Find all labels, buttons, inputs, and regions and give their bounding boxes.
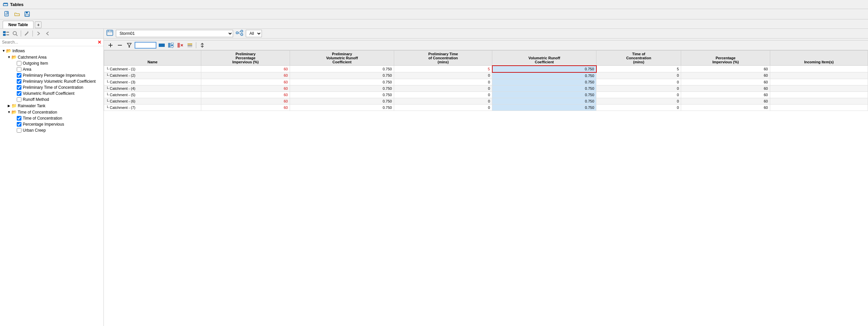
cell-time_conc-row5[interactable]: 0 bbox=[596, 98, 681, 104]
new-button[interactable] bbox=[3, 10, 11, 18]
cell-incoming_items-row2[interactable] bbox=[770, 79, 868, 85]
save-button[interactable] bbox=[23, 10, 31, 18]
cell-incoming_items-row6[interactable] bbox=[770, 104, 868, 111]
delete-col-button[interactable] bbox=[177, 41, 185, 49]
checkbox-pct_impervious[interactable] bbox=[17, 122, 22, 127]
tree-item-inflows[interactable]: ▼📂Inflows bbox=[0, 48, 103, 54]
cell-prelim_vol_runoff-row3[interactable]: 0.750 bbox=[290, 85, 394, 91]
cell-pct_impervious-row1[interactable]: 60 bbox=[681, 72, 770, 79]
cell-vol_runoff_coeff-row4[interactable]: 0.750 bbox=[492, 91, 596, 98]
tree-expand-time_of_concentration[interactable]: ▼ bbox=[7, 110, 11, 114]
cell-pct_impervious-row2[interactable]: 60 bbox=[681, 79, 770, 85]
cell-prelim_time_conc-row6[interactable]: 0 bbox=[394, 104, 492, 111]
cell-prelim_vol_runoff-row6[interactable]: 0.750 bbox=[290, 104, 394, 111]
add-col-button[interactable] bbox=[167, 41, 175, 49]
cell-name-row1[interactable]: └ Catchment - (2) bbox=[104, 72, 201, 79]
filter-button[interactable] bbox=[125, 41, 133, 49]
cell-vol_runoff_coeff-row2[interactable]: 0.750 bbox=[492, 79, 596, 85]
tree-expand-rainwater_tank[interactable]: ▶ bbox=[7, 104, 11, 108]
add-row-button[interactable] bbox=[106, 41, 115, 49]
cell-time_conc-row2[interactable]: 0 bbox=[596, 79, 681, 85]
cell-prelim_pct_imp-row6[interactable]: 60 bbox=[201, 104, 290, 111]
left-tool-2[interactable] bbox=[11, 30, 19, 37]
value-input[interactable]: 0.750 bbox=[135, 42, 156, 49]
tree-item-area[interactable]: Area bbox=[0, 66, 103, 72]
tree-expand-catchment_area[interactable]: ▼ bbox=[7, 55, 11, 59]
tree-item-prelim_vol_runoff[interactable]: Preliminary Volumetric Runoff Coefficien… bbox=[0, 79, 103, 84]
cell-incoming_items-row5[interactable] bbox=[770, 98, 868, 104]
fill-button[interactable] bbox=[158, 41, 166, 49]
cell-vol_runoff_coeff-row5[interactable]: 0.750 bbox=[492, 98, 596, 104]
cell-pct_impervious-row0[interactable]: 60 bbox=[681, 66, 770, 72]
filter-dropdown[interactable]: All bbox=[246, 30, 262, 37]
cell-name-row3[interactable]: └ Catchment - (4) bbox=[104, 85, 201, 91]
search-clear-button[interactable]: ✕ bbox=[97, 39, 101, 45]
left-tool-edit[interactable] bbox=[23, 30, 31, 37]
checkbox-vol_runoff_coeff[interactable] bbox=[17, 91, 22, 96]
cell-vol_runoff_coeff-row1[interactable]: 0.750 bbox=[492, 72, 596, 79]
remove-row-button[interactable] bbox=[116, 41, 124, 49]
cell-time_conc-row6[interactable]: 0 bbox=[596, 104, 681, 111]
cell-prelim_pct_imp-row3[interactable]: 60 bbox=[201, 85, 290, 91]
tree-item-prelim_time_conc[interactable]: Preliminary Time of Concentration bbox=[0, 84, 103, 90]
cell-name-row2[interactable]: └ Catchment - (3) bbox=[104, 79, 201, 85]
cell-time_conc-row4[interactable]: 0 bbox=[596, 91, 681, 98]
cell-incoming_items-row1[interactable] bbox=[770, 72, 868, 79]
cell-time_conc-row3[interactable]: 0 bbox=[596, 85, 681, 91]
tree-item-urban_creep[interactable]: Urban Creep bbox=[0, 127, 103, 134]
cell-name-row6[interactable]: └ Catchment - (7) bbox=[104, 104, 201, 111]
cell-prelim_pct_imp-row2[interactable]: 60 bbox=[201, 79, 290, 85]
cell-pct_impervious-row5[interactable]: 60 bbox=[681, 98, 770, 104]
col-settings-button[interactable] bbox=[186, 41, 194, 49]
cell-pct_impervious-row3[interactable]: 60 bbox=[681, 85, 770, 91]
tree-item-prelim_pct_impervious[interactable]: Preliminary Percentage Impervious bbox=[0, 72, 103, 79]
cell-prelim_pct_imp-row1[interactable]: 60 bbox=[201, 72, 290, 79]
cell-incoming_items-row0[interactable] bbox=[770, 66, 868, 72]
checkbox-prelim_vol_runoff[interactable] bbox=[17, 79, 22, 84]
tree-item-runoff_method[interactable]: Runoff Method bbox=[0, 96, 103, 102]
search-input[interactable] bbox=[2, 40, 97, 45]
cell-prelim_pct_imp-row5[interactable]: 60 bbox=[201, 98, 290, 104]
cell-prelim_time_conc-row4[interactable]: 0 bbox=[394, 91, 492, 98]
cell-prelim_vol_runoff-row2[interactable]: 0.750 bbox=[290, 79, 394, 85]
cell-name-row0[interactable]: └ Catchment - (1) bbox=[104, 66, 201, 72]
open-button[interactable] bbox=[13, 10, 22, 18]
cell-prelim_pct_imp-row0[interactable]: 60 bbox=[201, 66, 290, 72]
cell-prelim_vol_runoff-row4[interactable]: 0.750 bbox=[290, 91, 394, 98]
left-tool-forward[interactable] bbox=[34, 30, 42, 37]
checkbox-outgoing_item[interactable] bbox=[17, 61, 22, 66]
tree-item-pct_impervious[interactable]: Percentage Impervious bbox=[0, 121, 103, 127]
checkbox-prelim_time_conc[interactable] bbox=[17, 85, 22, 90]
cell-time_conc-row0[interactable]: 5 bbox=[596, 66, 681, 72]
add-tab-button[interactable]: + bbox=[35, 22, 41, 28]
cell-time_conc-row1[interactable]: 0 bbox=[596, 72, 681, 79]
tree-item-time_of_concentration[interactable]: ▼📂Time of Concentration bbox=[0, 109, 103, 115]
checkbox-urban_creep[interactable] bbox=[17, 128, 22, 133]
cell-prelim_vol_runoff-row5[interactable]: 0.750 bbox=[290, 98, 394, 104]
checkbox-runoff_method[interactable] bbox=[17, 97, 22, 102]
tree-item-catchment_area[interactable]: ▼📂Catchment Area bbox=[0, 54, 103, 60]
cell-prelim_vol_runoff-row1[interactable]: 0.750 bbox=[290, 72, 394, 79]
tree-item-rainwater_tank[interactable]: ▶📁Rainwater Tank bbox=[0, 102, 103, 109]
cell-prelim_time_conc-row2[interactable]: 0 bbox=[394, 79, 492, 85]
checkbox-area[interactable] bbox=[17, 67, 22, 72]
cell-prelim_time_conc-row5[interactable]: 0 bbox=[394, 98, 492, 104]
cell-prelim_time_conc-row3[interactable]: 0 bbox=[394, 85, 492, 91]
tree-item-vol_runoff_coeff[interactable]: Volumetric Runoff Coefficient bbox=[0, 90, 103, 96]
cell-incoming_items-row4[interactable] bbox=[770, 91, 868, 98]
left-tool-back[interactable] bbox=[43, 30, 52, 37]
cell-prelim_time_conc-row0[interactable]: 5 bbox=[394, 66, 492, 72]
cell-vol_runoff_coeff-row3[interactable]: 0.750 bbox=[492, 85, 596, 91]
cell-prelim_time_conc-row1[interactable]: 0 bbox=[394, 72, 492, 79]
cell-name-row5[interactable]: └ Catchment - (6) bbox=[104, 98, 201, 104]
cell-pct_impervious-row4[interactable]: 60 bbox=[681, 91, 770, 98]
checkbox-time_of_conc_sub[interactable] bbox=[17, 116, 22, 121]
tree-expand-inflows[interactable]: ▼ bbox=[1, 49, 6, 53]
left-tool-1[interactable] bbox=[2, 30, 10, 37]
tree-item-outgoing_item[interactable]: Outgoing Item bbox=[0, 60, 103, 66]
checkbox-prelim_pct_impervious[interactable] bbox=[17, 73, 22, 78]
cell-prelim_pct_imp-row4[interactable]: 60 bbox=[201, 91, 290, 98]
cell-vol_runoff_coeff-row6[interactable]: 0.750 bbox=[492, 104, 596, 111]
cell-incoming_items-row3[interactable] bbox=[770, 85, 868, 91]
cell-name-row4[interactable]: └ Catchment - (5) bbox=[104, 91, 201, 98]
